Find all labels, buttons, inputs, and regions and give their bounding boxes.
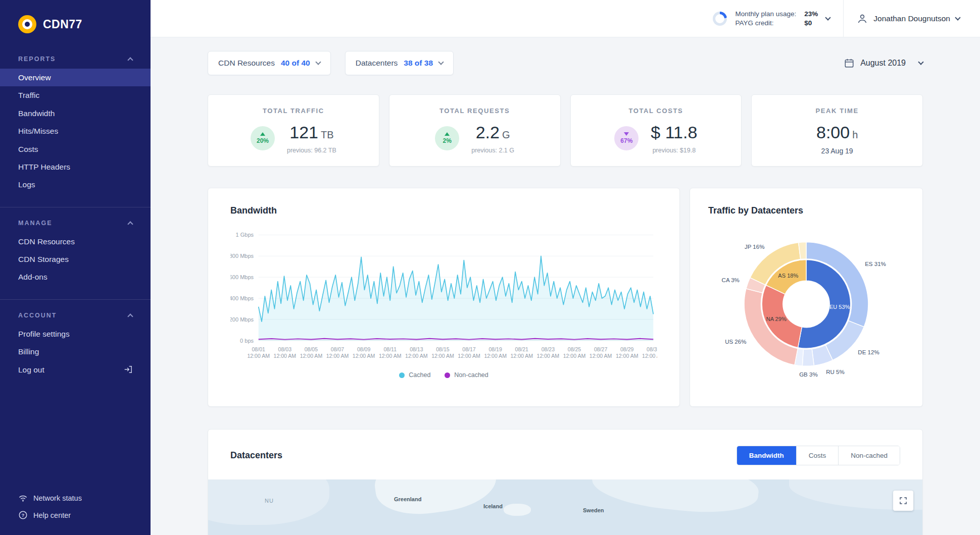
cached-dot-icon — [399, 372, 405, 378]
svg-text:08/2712:00 AM: 08/2712:00 AM — [590, 346, 612, 359]
sidebar-item-logs[interactable]: Logs — [0, 176, 151, 193]
date-range-picker[interactable]: August 2019 — [844, 58, 923, 68]
datacenters-filter[interactable]: Datacenters 38 of 38 — [345, 51, 454, 75]
plan-usage-value: 23% — [804, 10, 818, 18]
svg-text:?: ? — [22, 512, 25, 518]
main-column: Monthly plan usage: 23% PAYG credit: $0 … — [151, 0, 980, 535]
payg-credit-label: PAYG credit: — [735, 19, 796, 27]
datacenters-map[interactable]: NU Greenland Iceland Sweden — [208, 479, 922, 535]
reports-nav: Overview Traffic Bandwidth Hits/Misses C… — [0, 69, 151, 194]
section-label: MANAGE — [18, 220, 53, 227]
brand-logo[interactable]: CDN77 — [0, 0, 151, 40]
sidebar-item-hits-misses[interactable]: Hits/Misses — [0, 122, 151, 140]
svg-text:08/2112:00 AM: 08/2112:00 AM — [510, 346, 533, 359]
top-header: Monthly plan usage: 23% PAYG credit: $0 … — [151, 0, 980, 37]
delta-value: 67% — [620, 137, 632, 144]
bandwidth-chart-title: Bandwidth — [230, 205, 657, 216]
sidebar-item-add-ons[interactable]: Add-ons — [0, 268, 151, 286]
sidebar-footer: Network status ? Help center — [0, 493, 151, 535]
traffic-donut-title: Traffic by Datacenters — [708, 205, 904, 216]
svg-text:600 Mbps: 600 Mbps — [230, 274, 254, 280]
tab-bandwidth[interactable]: Bandwidth — [737, 446, 796, 465]
svg-text:400 Mbps: 400 Mbps — [230, 295, 254, 301]
user-menu[interactable]: Jonathan Dougnutson — [857, 13, 960, 24]
stat-value: 8:00h — [816, 123, 858, 142]
svg-text:08/3112:00 AM: 08/3112:00 AM — [642, 346, 657, 359]
svg-text:800 Mbps: 800 Mbps — [230, 253, 254, 259]
datacenters-header: Datacenters Bandwidth Costs Non-cached — [208, 430, 922, 479]
charts-row: Bandwidth 1 Gbps800 Mbps600 Mbps400 Mbps… — [208, 188, 923, 407]
svg-text:NA 29%: NA 29% — [766, 316, 787, 322]
svg-text:08/0712:00 AM: 08/0712:00 AM — [326, 346, 349, 359]
svg-text:US 26%: US 26% — [725, 339, 746, 345]
stat-card-total-costs: TOTAL COSTS 67% $ 11.8 previous: $19.8 — [570, 94, 742, 167]
plan-usage-widget[interactable]: Monthly plan usage: 23% PAYG credit: $0 — [713, 10, 830, 27]
svg-text:EU 53%: EU 53% — [829, 304, 850, 310]
map-fullscreen-button[interactable] — [893, 491, 913, 511]
network-status-link[interactable]: Network status — [18, 493, 132, 503]
plan-progress-icon — [713, 12, 727, 26]
sidebar-item-costs[interactable]: Costs — [0, 140, 151, 158]
account-nav: Profile settings Billing Log out — [0, 325, 151, 379]
stat-title: PEAK TIME — [761, 107, 913, 115]
svg-text:200 Mbps: 200 Mbps — [230, 316, 254, 323]
map-landmass — [504, 504, 531, 516]
stat-date: 23 Aug 19 — [816, 147, 858, 155]
map-landmass — [590, 479, 761, 518]
sidebar-divider — [0, 207, 151, 207]
svg-text:08/0512:00 AM: 08/0512:00 AM — [300, 346, 323, 359]
stat-title: TOTAL TRAFFIC — [217, 107, 370, 115]
legend-item-cached: Cached — [399, 371, 430, 379]
sidebar-section-manage[interactable]: MANAGE — [0, 220, 151, 227]
map-landmass — [371, 479, 500, 520]
chevron-up-icon — [127, 313, 133, 319]
svg-text:08/1112:00 AM: 08/1112:00 AM — [379, 346, 402, 359]
svg-text:RU 5%: RU 5% — [826, 369, 845, 375]
stat-value: 2.2G — [471, 123, 514, 142]
stat-card-total-requests: TOTAL REQUESTS 2% 2.2G previous: 2.1 G — [389, 94, 561, 167]
svg-text:08/0312:00 AM: 08/0312:00 AM — [274, 346, 297, 359]
svg-text:08/2512:00 AM: 08/2512:00 AM — [563, 346, 586, 359]
sidebar-item-profile-settings[interactable]: Profile settings — [0, 325, 151, 343]
sidebar-item-http-headers[interactable]: HTTP Headers — [0, 158, 151, 176]
sidebar-item-cdn-resources[interactable]: CDN Resources — [0, 233, 151, 250]
cdn-resources-filter[interactable]: CDN Resources 40 of 40 — [208, 51, 331, 75]
sidebar: CDN77 REPORTS Overview Traffic Bandwidth… — [0, 0, 151, 535]
brand-name: CDN77 — [43, 18, 82, 31]
sidebar-item-bandwidth[interactable]: Bandwidth — [0, 104, 151, 122]
fullscreen-icon — [899, 496, 908, 505]
svg-text:1 Gbps: 1 Gbps — [236, 232, 254, 238]
non-cached-dot-icon — [445, 372, 450, 378]
chevron-up-icon — [127, 221, 133, 227]
sidebar-section-reports[interactable]: REPORTS — [0, 56, 151, 63]
legend-item-non-cached: Non-cached — [445, 371, 488, 379]
svg-text:CA 3%: CA 3% — [722, 277, 740, 283]
stat-previous: previous: $19.8 — [651, 147, 697, 154]
cdn77-logo-icon — [18, 15, 36, 33]
chart-legend: Cached Non-cached — [230, 371, 657, 379]
help-center-link[interactable]: ? Help center — [18, 510, 132, 520]
tab-non-cached[interactable]: Non-cached — [838, 446, 900, 465]
manage-nav: CDN Resources CDN Storages Add-ons — [0, 233, 151, 286]
logout-icon — [123, 365, 132, 374]
tab-costs[interactable]: Costs — [796, 446, 839, 465]
delta-up-badge: 2% — [435, 126, 459, 150]
bandwidth-chart: 1 Gbps800 Mbps600 Mbps400 Mbps200 Mbps0 … — [230, 228, 657, 369]
map-label-greenland: Greenland — [394, 496, 421, 502]
datacenters-filter-label: Datacenters — [356, 59, 398, 68]
sidebar-item-traffic[interactable]: Traffic — [0, 86, 151, 104]
svg-text:08/1912:00 AM: 08/1912:00 AM — [484, 346, 507, 359]
delta-up-badge: 20% — [251, 126, 275, 150]
sidebar-item-cdn-storages[interactable]: CDN Storages — [0, 250, 151, 268]
bandwidth-chart-card: Bandwidth 1 Gbps800 Mbps600 Mbps400 Mbps… — [208, 188, 680, 407]
datacenters-view-toggle: Bandwidth Costs Non-cached — [737, 446, 900, 465]
sidebar-item-log-out[interactable]: Log out — [0, 361, 151, 379]
cdn-resources-filter-label: CDN Resources — [218, 59, 275, 68]
sidebar-item-billing[interactable]: Billing — [0, 343, 151, 360]
sidebar-section-account[interactable]: ACCOUNT — [0, 312, 151, 319]
svg-text:GB 3%: GB 3% — [799, 371, 818, 378]
datacenters-filter-value: 38 of 38 — [404, 59, 433, 68]
sidebar-item-overview[interactable]: Overview — [0, 69, 151, 86]
section-label: REPORTS — [18, 56, 56, 63]
calendar-icon — [844, 58, 854, 68]
